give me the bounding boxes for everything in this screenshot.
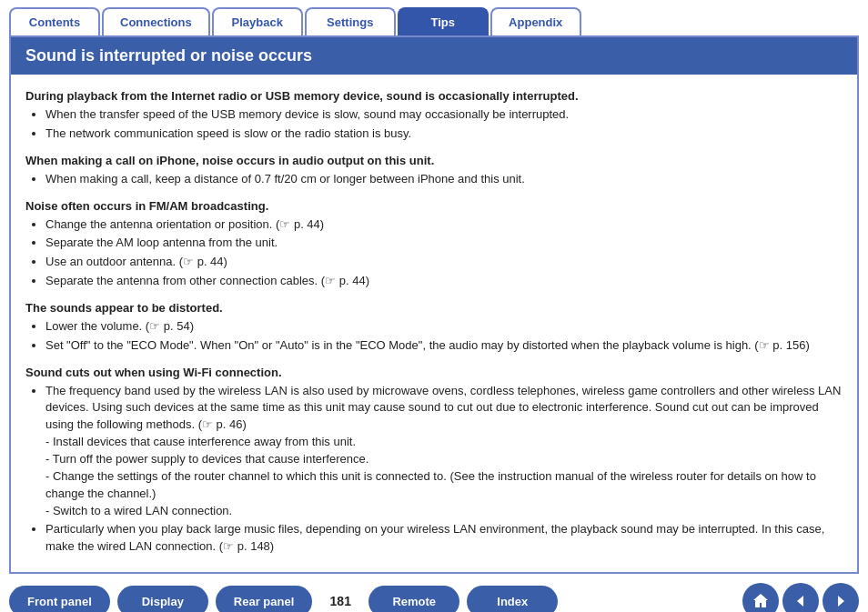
block2-title: When making a call on iPhone, noise occu… <box>25 154 843 167</box>
block5-list: The frequency band used by the wireless … <box>25 383 843 556</box>
block4-title: The sounds appear to be distorted. <box>25 301 843 315</box>
list-item: Change the antenna orientation or positi… <box>45 216 843 234</box>
list-item: Set "Off" to the "ECO Mode". When "On" o… <box>45 337 843 355</box>
forward-btn[interactable] <box>823 583 859 612</box>
block1-list: When the transfer speed of the USB memor… <box>25 106 843 143</box>
home-btn[interactable] <box>742 583 779 612</box>
list-item: When the transfer speed of the USB memor… <box>45 106 843 124</box>
tab-tips[interactable]: Tips <box>398 7 489 35</box>
rear-panel-btn[interactable]: Rear panel <box>216 586 312 612</box>
tab-connections[interactable]: Connections <box>102 7 210 35</box>
display-btn[interactable]: Display <box>117 586 208 612</box>
section-header: Sound is interrupted or noise occurs <box>11 37 857 75</box>
page-number: 181 <box>327 594 354 608</box>
block3-title: Noise often occurs in FM/AM broadcasting… <box>25 199 843 213</box>
tab-appendix[interactable]: Appendix <box>490 7 581 35</box>
bottom-nav: Front panel Display Rear panel 181 Remot… <box>0 574 868 612</box>
forward-arrow-icon <box>832 592 850 610</box>
block5-title: Sound cuts out when using Wi-Fi connecti… <box>25 366 843 379</box>
block1-title: During playback from the Internet radio … <box>25 89 843 103</box>
list-item: Use an outdoor antenna. (☞ p. 44) <box>45 254 843 271</box>
remote-btn[interactable]: Remote <box>368 586 459 612</box>
tab-contents[interactable]: Contents <box>9 7 100 35</box>
bottom-right-icons <box>742 583 859 612</box>
home-icon <box>752 592 770 610</box>
list-item: The network communication speed is slow … <box>45 125 843 143</box>
list-item: Lower the volume. (☞ p. 54) <box>45 318 843 336</box>
block4-list: Lower the volume. (☞ p. 54) Set "Off" to… <box>25 318 843 355</box>
tab-playback[interactable]: Playback <box>212 7 303 35</box>
list-item: When making a call, keep a distance of 0… <box>45 171 843 188</box>
block2-list: When making a call, keep a distance of 0… <box>25 171 843 188</box>
tab-settings[interactable]: Settings <box>305 7 396 35</box>
content-area: Sound is interrupted or noise occurs Dur… <box>9 35 859 574</box>
front-panel-btn[interactable]: Front panel <box>9 586 110 612</box>
main-content: During playback from the Internet radio … <box>11 75 857 572</box>
list-item: Particularly when you play back large mu… <box>45 521 843 556</box>
tabs-bar: Contents Connections Playback Settings T… <box>0 0 868 35</box>
back-btn[interactable] <box>782 583 819 612</box>
index-btn[interactable]: Index <box>467 586 558 612</box>
list-item: Separate the AM loop antenna from the un… <box>45 235 843 252</box>
back-arrow-icon <box>792 592 810 610</box>
list-item: The frequency band used by the wireless … <box>45 383 843 520</box>
list-item: Separate the antenna from other connecti… <box>45 273 843 290</box>
block3-list: Change the antenna orientation or positi… <box>25 216 843 290</box>
